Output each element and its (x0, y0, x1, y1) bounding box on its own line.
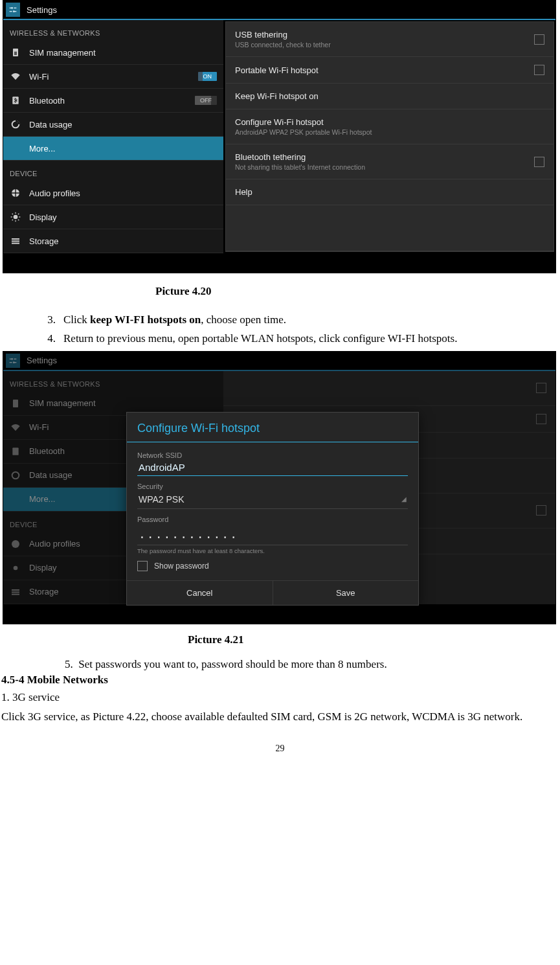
audio-icon (10, 538, 21, 550)
section-device: DEVICE (3, 161, 223, 181)
bluetooth-icon (10, 446, 21, 457)
wifi-icon (10, 71, 21, 82)
dialog-title: Configure Wi-Fi hotspot (127, 413, 418, 442)
cancel-button[interactable]: Cancel (127, 581, 273, 605)
step-3-num: 3. (39, 311, 56, 330)
caption-4-21: Picture 4.21 (188, 633, 560, 646)
svg-rect-29 (13, 400, 18, 407)
android-title: Settings (27, 5, 57, 15)
checkbox-portable[interactable] (534, 65, 544, 75)
sidebar-item-wifi[interactable]: Wi-Fi ON (3, 65, 223, 89)
wifi-icon (10, 422, 21, 433)
line-3g-service: 1. 3G service (0, 689, 560, 706)
screenshot-tethering: Settings WIRELESS & NETWORKS SIM managem… (3, 0, 556, 273)
screenshot-configure-dialog: Settings WIRELESS & NETWORKS SIM managem… (3, 351, 556, 624)
svg-point-28 (13, 361, 15, 363)
row-bluetooth-tethering[interactable]: Bluetooth tethering Not sharing this tab… (226, 144, 554, 179)
svg-point-11 (14, 215, 18, 220)
sidebar-item-sim[interactable]: SIM management (3, 41, 223, 65)
svg-rect-34 (12, 589, 19, 591)
display-icon (10, 562, 21, 574)
svg-rect-8 (12, 96, 18, 104)
svg-rect-20 (12, 238, 19, 240)
row-keep-hotspot-on[interactable]: Keep Wi-Fi hotspot on (226, 84, 554, 109)
storage-icon (10, 586, 21, 598)
svg-rect-36 (12, 593, 19, 595)
svg-point-4 (11, 7, 13, 9)
svg-point-5 (13, 10, 15, 12)
display-icon (10, 211, 21, 223)
svg-line-17 (18, 220, 19, 220)
step-4-text: Return to previous menu, open portable W… (63, 330, 543, 348)
section-4-5-4: 4.5-4 Mobile Networks (0, 674, 560, 687)
svg-line-18 (12, 220, 13, 220)
svg-point-32 (12, 540, 19, 548)
sidebar-item-data-usage[interactable]: Data usage (3, 113, 223, 137)
section-wireless: WIRELESS & NETWORKS (3, 20, 223, 41)
svg-rect-2 (10, 11, 12, 12)
panel-spacer (226, 205, 554, 251)
svg-rect-25 (10, 362, 12, 363)
svg-rect-1 (14, 8, 16, 8)
select-security[interactable]: WPA2 PSK ◢ (137, 490, 408, 509)
android-title: Settings (27, 356, 57, 365)
android-titlebar-dim: Settings (3, 352, 555, 371)
sim-icon (10, 398, 21, 409)
page-number: 29 (0, 744, 560, 754)
label-password: Password (137, 516, 408, 523)
sidebar-item-storage[interactable]: Storage (3, 229, 223, 253)
line-3g-desc: Click 3G service, as Picture 4.22, choos… (0, 709, 560, 725)
svg-rect-24 (14, 358, 16, 359)
configure-hotspot-dialog: Configure Wi-Fi hotspot Network SSID Sec… (126, 412, 419, 606)
caption-4-20: Picture 4.20 (155, 285, 560, 298)
input-ssid[interactable] (137, 459, 408, 476)
data-usage-icon (10, 470, 21, 481)
input-password[interactable]: ............ (137, 523, 408, 545)
checkbox-show-password[interactable] (137, 561, 148, 571)
data-usage-icon (10, 119, 21, 130)
svg-rect-22 (12, 243, 19, 244)
svg-point-27 (11, 358, 13, 360)
svg-rect-7 (14, 52, 17, 55)
svg-rect-30 (12, 448, 18, 455)
storage-icon (10, 235, 21, 247)
svg-rect-35 (12, 591, 19, 593)
step-5: 5. Set passwords you want to, password s… (65, 658, 560, 671)
show-password-row[interactable]: Show password (137, 561, 408, 571)
blank-icon (10, 142, 21, 154)
dropdown-icon: ◢ (401, 495, 407, 503)
svg-point-33 (14, 565, 18, 570)
svg-line-19 (18, 214, 19, 214)
settings-sidebar: WIRELESS & NETWORKS SIM management Wi-Fi… (3, 20, 224, 253)
sidebar-item-bluetooth[interactable]: Bluetooth OFF (3, 89, 223, 113)
checkbox-bt-tether[interactable] (534, 157, 544, 167)
navbar-strip (3, 604, 555, 624)
row-help[interactable]: Help (226, 179, 554, 205)
sidebar-item-audio[interactable]: Audio profiles (3, 181, 223, 205)
settings-icon (6, 354, 20, 368)
wifi-toggle[interactable]: ON (198, 72, 218, 81)
row-configure-hotspot[interactable]: Configure Wi-Fi hotspot AndroidAP WPA2 P… (226, 109, 554, 144)
label-ssid: Network SSID (137, 451, 408, 459)
password-hint: The password must have at least 8 charac… (137, 547, 408, 554)
checkbox-usb[interactable] (534, 34, 544, 45)
bluetooth-icon (10, 95, 21, 106)
sidebar-item-more[interactable]: More... (3, 137, 223, 161)
label-security: Security (137, 482, 408, 490)
sim-icon (10, 47, 21, 58)
navbar-strip (3, 253, 555, 273)
audio-icon (10, 187, 21, 199)
row-usb-tethering[interactable]: USB tethering USB connected, check to te… (226, 22, 554, 57)
save-button[interactable]: Save (273, 581, 419, 605)
android-titlebar: Settings (3, 1, 555, 20)
svg-line-16 (12, 214, 13, 214)
svg-rect-21 (12, 240, 19, 242)
row-portable-hotspot[interactable]: Portable Wi-Fi hotspot (226, 57, 554, 84)
settings-icon (6, 3, 20, 17)
sidebar-item-display[interactable]: Display (3, 205, 223, 229)
step-4-num: 4. (39, 330, 56, 348)
step-3-text: Click keep WI-FI hotspots on, choose ope… (63, 311, 543, 330)
tethering-panel: USB tethering USB connected, check to te… (225, 21, 554, 252)
svg-point-31 (12, 471, 19, 479)
bluetooth-toggle[interactable]: OFF (195, 96, 217, 105)
